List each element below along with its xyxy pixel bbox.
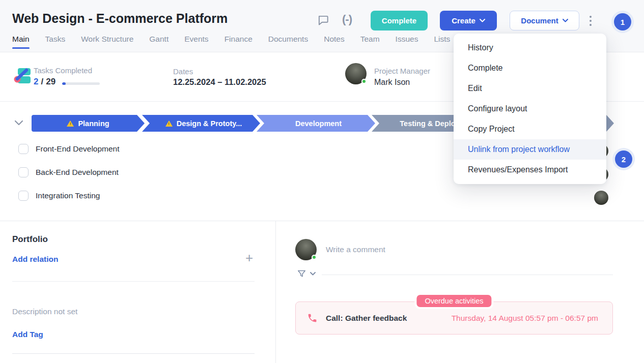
tutorial-step-2-badge: 2	[615, 150, 632, 168]
workflow-stage-development[interactable]: Development	[257, 115, 375, 132]
tab-team[interactable]: Team	[360, 35, 380, 49]
tab-main[interactable]: Main	[12, 35, 30, 49]
task-checkbox[interactable]	[18, 144, 29, 154]
current-user-avatar	[295, 239, 317, 260]
stage-label: Design & Prototy...	[177, 119, 242, 128]
complete-button[interactable]: Complete	[371, 11, 428, 31]
chevron-down-icon	[480, 19, 485, 22]
tab-notes[interactable]: Notes	[324, 35, 345, 49]
tutorial-step-1-badge: 1	[614, 13, 631, 31]
tasks-count-separator: /	[41, 77, 43, 87]
add-relation-plus-icon[interactable]: +	[245, 251, 253, 264]
task-row: Front-End Development	[18, 144, 120, 154]
page-title: Web Design - E-commerce Platform	[12, 11, 228, 26]
phone-icon	[307, 313, 318, 323]
tab-gantt[interactable]: Gantt	[149, 35, 169, 49]
tasks-progress-bar	[62, 82, 100, 85]
stage-label: Development	[295, 119, 342, 128]
create-button[interactable]: Create	[440, 11, 497, 31]
workflow-stage-planning[interactable]: Planning	[32, 115, 145, 132]
tab-issues[interactable]: Issues	[396, 35, 418, 49]
tasks-completed-value: 2 / 29	[34, 77, 55, 87]
divider	[322, 275, 613, 275]
tab-bar: Main Tasks Work Structure Gantt Events F…	[12, 35, 450, 49]
create-button-label: Create	[452, 16, 475, 25]
tab-events[interactable]: Events	[184, 35, 208, 49]
task-label[interactable]: Back-End Development	[36, 168, 119, 177]
tab-finance[interactable]: Finance	[225, 35, 253, 49]
project-manager-name: Mark Ison	[374, 78, 410, 87]
divider	[0, 221, 644, 221]
activity-filter-button[interactable]	[297, 269, 316, 279]
task-row: Back-End Development	[18, 167, 119, 177]
project-manager-avatar	[345, 63, 367, 84]
more-options-icon[interactable]	[589, 15, 593, 27]
workflow-stage-design-prototyping[interactable]: Design & Prototy...	[142, 115, 260, 132]
task-assignee-avatar	[594, 191, 608, 205]
tasks-progress-fill	[62, 82, 66, 85]
chevron-down-icon	[563, 19, 568, 22]
overdue-activity-time: Thursday, 14 August 05:57 pm - 06:57 pm	[452, 314, 598, 323]
tasks-total-count: 29	[46, 77, 55, 87]
tasks-completed-icon	[13, 66, 33, 87]
filter-icon	[297, 269, 306, 279]
comments-icon[interactable]	[317, 14, 330, 29]
comment-input[interactable]: Write a comment	[326, 245, 601, 254]
task-label[interactable]: Front-End Development	[36, 144, 120, 154]
link-icon[interactable]: (-)	[342, 13, 352, 26]
tab-tasks[interactable]: Tasks	[45, 35, 66, 49]
task-row: Integration Testing	[18, 191, 100, 201]
description-placeholder: Description not set	[12, 307, 77, 316]
warning-icon	[165, 120, 173, 127]
warning-icon	[67, 120, 74, 127]
divider	[12, 353, 255, 354]
add-tag-link[interactable]: Add Tag	[12, 330, 43, 339]
menu-item-unlink-from-project-workflow[interactable]: Unlink from project workflow	[454, 139, 606, 160]
dates-label: Dates	[173, 67, 193, 76]
menu-item-complete[interactable]: Complete	[454, 58, 606, 78]
stage-label: Planning	[78, 119, 109, 128]
chevron-down-icon	[310, 272, 316, 276]
tasks-done-count: 2	[34, 77, 38, 87]
tab-documents[interactable]: Documents	[268, 35, 308, 49]
document-button[interactable]: Document	[510, 11, 579, 31]
dates-value: 12.25.2024 – 11.02.2025	[173, 77, 266, 87]
add-relation-link[interactable]: Add relation	[12, 255, 58, 264]
divider	[275, 221, 276, 363]
menu-item-copy-project[interactable]: Copy Project	[454, 119, 606, 139]
project-manager-label: Project Manager	[374, 67, 430, 75]
overdue-activities-badge: Overdue activities	[416, 295, 491, 307]
task-checkbox[interactable]	[18, 167, 29, 177]
document-button-label: Document	[521, 16, 558, 25]
menu-item-configure-layout[interactable]: Configure layout	[454, 99, 606, 119]
more-options-menu: History Complete Edit Configure layout C…	[454, 34, 606, 184]
overdue-activity-card: Overdue activities Call: Gather feedback…	[295, 301, 613, 335]
tab-lists[interactable]: Lists	[434, 35, 450, 49]
task-checkbox[interactable]	[18, 191, 29, 201]
menu-item-history[interactable]: History	[454, 38, 606, 58]
complete-button-label: Complete	[382, 16, 416, 25]
tab-work-structure[interactable]: Work Structure	[81, 35, 133, 49]
workflow-collapse-chevron-icon[interactable]	[13, 117, 24, 129]
menu-item-edit[interactable]: Edit	[454, 78, 606, 99]
menu-item-revenues-expenses-import[interactable]: Revenues/Expenses Import	[454, 160, 606, 180]
tasks-completed-label: Tasks Completed	[34, 66, 92, 75]
overdue-activity-title[interactable]: Call: Gather feedback	[326, 314, 407, 323]
online-status-dot	[312, 255, 317, 260]
online-status-dot	[361, 79, 367, 84]
task-label[interactable]: Integration Testing	[36, 191, 100, 200]
divider	[12, 281, 255, 282]
portfolio-section-title: Portfolio	[12, 234, 48, 245]
